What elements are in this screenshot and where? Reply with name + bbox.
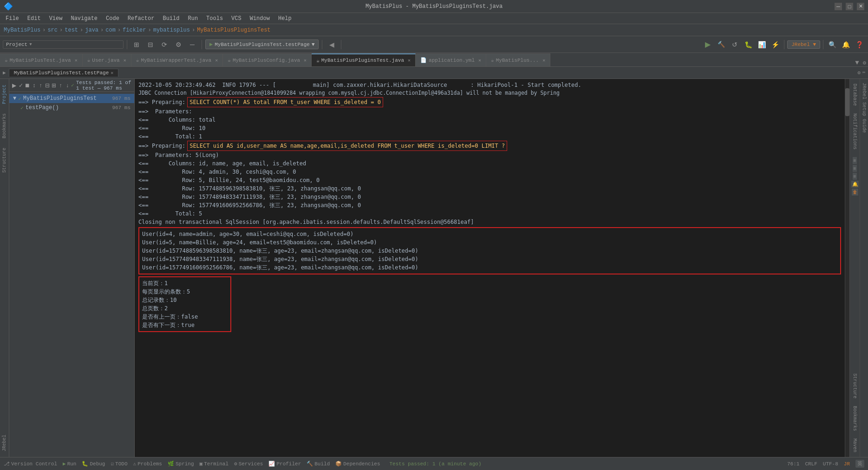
breadcrumb-mybatisplus[interactable]: MyBatisPlus — [4, 27, 40, 33]
menu-edit[interactable]: Edit — [24, 14, 45, 23]
tab-overflow[interactable]: ▼ — [855, 59, 861, 66]
test-sort-alpha-btn[interactable]: ↑ — [38, 80, 43, 91]
tab-close-yml[interactable]: ✕ — [478, 58, 481, 63]
breadcrumb-test[interactable]: test — [65, 27, 78, 33]
test-rerun-failed-btn[interactable]: ✓ — [18, 80, 23, 91]
menu-code[interactable]: Code — [102, 14, 123, 23]
breadcrumb-fickler[interactable]: fickler — [123, 27, 146, 33]
play-button[interactable]: ▶ — [702, 39, 714, 51]
breadcrumb-mybatisplus2[interactable]: mybatisplus — [153, 27, 190, 33]
test-expand-btn[interactable]: ⊞ — [51, 80, 57, 91]
right-btn-2[interactable]: ≡ — [853, 165, 857, 172]
status-position[interactable]: 76:1 — [787, 461, 799, 467]
console-output[interactable]: 2022-10-05 20:23:49.462 INFO 17976 --- [… — [135, 79, 845, 457]
tab-mybatisplustest[interactable]: ☕ MyBatisPlusTest.java ✕ — [0, 53, 83, 66]
vtab-structure[interactable]: Structure — [1, 145, 8, 176]
toolbar-structure-btn[interactable]: ⊞ — [131, 39, 143, 51]
status-problems-btn[interactable]: ⚠ Problems — [133, 461, 162, 467]
menu-help[interactable]: Help — [274, 14, 295, 23]
right-tool-database[interactable]: Database — [852, 82, 858, 108]
build-btn[interactable]: 🔨 — [715, 39, 727, 51]
project-dropdown[interactable]: Project ▼ — [3, 40, 124, 49]
status-lang[interactable]: 英 — [855, 460, 864, 468]
tab-mybatisplus-more[interactable]: ☕ MyBatisPlus... ✕ — [486, 53, 550, 66]
close-button[interactable]: ✕ — [857, 3, 864, 10]
toolbar-minus-btn[interactable]: ─ — [186, 39, 198, 51]
status-profiler-btn[interactable]: 📈 Profiler — [268, 461, 301, 467]
debug-btn[interactable]: 🐛 — [742, 39, 754, 51]
tab-mybatisplusplugins[interactable]: ☕ MyBatisPlusPluginsTest.java ✕ — [312, 53, 416, 66]
notifications-btn[interactable]: 🔔 — [840, 39, 852, 51]
right-tool-maven[interactable]: Maven — [852, 437, 858, 454]
test-collapse-btn[interactable]: ⊟ — [45, 80, 50, 91]
console-scrollbar[interactable] — [845, 79, 849, 457]
menu-refactor[interactable]: Refactor — [124, 14, 158, 23]
vtab-jrebel[interactable]: JRebel — [1, 432, 8, 454]
test-stop-btn[interactable]: ⏹ — [25, 80, 30, 91]
search-btn[interactable]: 🔍 — [826, 39, 838, 51]
breadcrumb-current[interactable]: MyBatisPlusPluginsTest — [197, 27, 270, 33]
jrebel-tool-icon[interactable]: JRebel Setup Guide — [861, 81, 867, 135]
jrebel-badge[interactable]: JRebel ▼ — [787, 40, 820, 49]
status-charset[interactable]: UTF-8 — [823, 461, 838, 467]
status-crlf[interactable]: CRLF — [805, 461, 817, 467]
tab-close-config[interactable]: ✕ — [304, 58, 307, 63]
tree-item-class[interactable]: ▼ ✓ MyBatisPlusPluginsTest 967 ms — [9, 94, 134, 103]
coverage-btn[interactable]: 📊 — [756, 39, 768, 51]
toolbar-settings-btn[interactable]: ⚙ — [172, 39, 184, 51]
tab-mybaatiswrappertest[interactable]: ☕ MyBatisWrapperTest.java ✕ — [131, 53, 223, 66]
tab-mybatisplusconfig[interactable]: ☕ MyBatisPlusConfig.java ✕ — [223, 53, 312, 66]
status-todo-btn[interactable]: ☑ TODO — [111, 461, 127, 467]
right-btn-3[interactable]: ≡ — [853, 173, 857, 180]
status-build-btn[interactable]: 🔨 Build — [307, 461, 330, 467]
test-next-btn[interactable]: ↓ — [65, 80, 70, 91]
breadcrumb-src[interactable]: src — [47, 27, 58, 33]
vtab-bookmarks[interactable]: Bookmarks — [1, 111, 8, 141]
run-tab-active[interactable]: MyBatisPlusPluginsTest.testPage ✕ — [9, 69, 119, 77]
menu-tools[interactable]: Tools — [202, 14, 227, 23]
test-sort-duration-btn[interactable]: ↕ — [31, 80, 37, 91]
right-tool-notifications[interactable]: Notifications — [852, 111, 858, 151]
status-spring-btn[interactable]: 🌿 Spring — [168, 461, 194, 467]
run-config-dropdown[interactable]: ▶ MyBatisPlusPluginsTest.testPage ▼ — [205, 39, 319, 49]
test-prev-btn[interactable]: ↑ — [58, 80, 63, 91]
tab-close-more[interactable]: ✕ — [542, 58, 545, 63]
menu-file[interactable]: File — [2, 14, 23, 23]
tab-close-mybatisplustest[interactable]: ✕ — [75, 58, 78, 63]
right-btn-1[interactable]: ≡ — [853, 157, 857, 164]
help-btn[interactable]: ❓ — [853, 39, 865, 51]
status-services-btn[interactable]: ⚙ Services — [234, 461, 263, 467]
breadcrumb-com[interactable]: com — [105, 27, 116, 33]
status-run-btn[interactable]: ▶ Run — [63, 461, 76, 467]
menu-run[interactable]: Run — [184, 14, 202, 23]
breadcrumb-java[interactable]: java — [85, 27, 98, 33]
maximize-button[interactable]: □ — [846, 3, 853, 10]
status-terminal-btn[interactable]: ▣ Terminal — [200, 461, 228, 467]
run-tab-close[interactable]: ✕ — [111, 70, 113, 76]
tab-applicationyml[interactable]: 📄 application.yml ✕ — [416, 53, 486, 66]
menu-vcs[interactable]: VCS — [228, 14, 245, 23]
vtab-project[interactable]: Project — [1, 82, 8, 107]
menu-view[interactable]: View — [46, 14, 66, 23]
profile-btn[interactable]: ⚡ — [769, 39, 781, 51]
tab-close-user[interactable]: ✕ — [124, 58, 126, 63]
run-settings-icon[interactable]: ⚙ — [857, 70, 861, 76]
right-tool-structure[interactable]: Structure — [852, 372, 858, 400]
menu-build[interactable]: Build — [159, 14, 183, 23]
tab-user[interactable]: ☕ User.java ✕ — [83, 53, 131, 66]
status-debug-btn[interactable]: 🐛 Debug — [82, 461, 105, 467]
right-tool-bookmarks[interactable]: Bookmarks — [852, 404, 858, 433]
toolbar-sync-btn[interactable]: ⟳ — [158, 39, 170, 51]
right-btn-5[interactable]: 🗑 — [852, 189, 858, 196]
menu-window[interactable]: Window — [246, 14, 274, 23]
back-btn[interactable]: ◀ — [326, 39, 338, 51]
status-dependencies-btn[interactable]: 📦 Dependencies — [335, 461, 380, 467]
tree-item-method[interactable]: ✓ testPage() 967 ms — [9, 103, 134, 112]
reload-btn[interactable]: ↺ — [729, 39, 741, 51]
minimize-button[interactable]: ─ — [835, 3, 842, 10]
toolbar-hierarchy-btn[interactable]: ⊟ — [144, 39, 157, 51]
test-rerun-btn[interactable]: ▶ — [11, 80, 17, 91]
scrollbar-thumb[interactable] — [845, 88, 849, 116]
right-btn-4[interactable]: 🔔 — [851, 181, 859, 188]
menu-navigate[interactable]: Navigate — [67, 14, 101, 23]
